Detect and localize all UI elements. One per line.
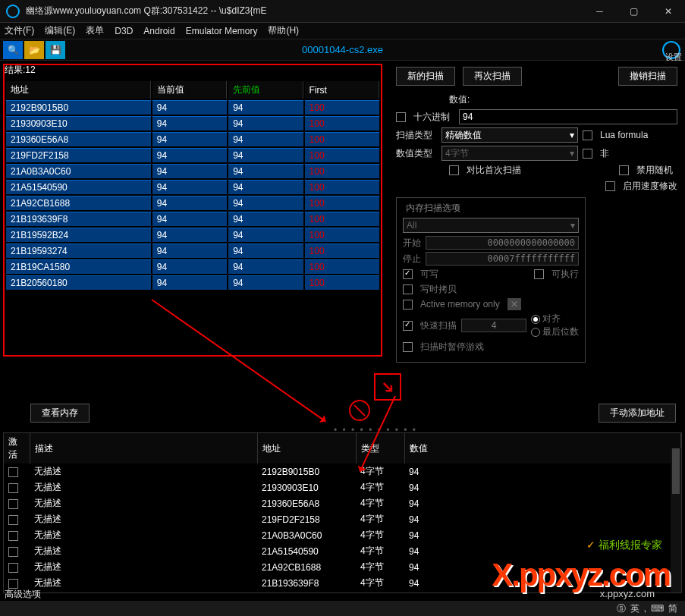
add-address-manual-button[interactable]: 手动添加地址 [599,404,676,423]
lastbit-radio[interactable] [531,328,540,337]
arrow-down-right-icon: ➔ [375,375,399,398]
menu-edit[interactable]: 编辑(E) [45,24,75,37]
menu-emulator[interactable]: Emulator Memory [186,26,258,36]
col-addr[interactable]: 地址 [257,433,356,464]
close-button[interactable]: ✕ [651,0,685,23]
address-row[interactable]: 无描述21B19592B244字节94 [4,591,681,593]
value-input[interactable] [459,109,677,124]
menu-bar: 文件(F) 编辑(E) 表单 D3D Android Emulator Memo… [0,23,685,39]
menu-table[interactable]: 表单 [86,24,104,37]
memory-scan-options: 内存扫描选项 All▾ 开始 停止 可写可执行 写时拷贝 Active memo… [396,197,586,363]
active-checkbox[interactable] [8,515,18,525]
not-checkbox[interactable] [583,149,592,159]
address-row[interactable]: 无描述2192B9015B04字节94 [4,464,681,479]
pause-checkbox[interactable] [403,342,413,352]
writable-checkbox[interactable] [403,269,413,279]
active-checkbox[interactable] [8,531,18,541]
add-to-list-button[interactable]: ➔ [374,373,401,401]
undo-scan-button[interactable]: 撤销扫描 [618,67,677,86]
app-icon [6,5,20,18]
ime-icon[interactable]: ⓢ [617,602,626,615]
active-checkbox[interactable] [8,579,18,589]
value-type-select[interactable]: 4字节▾ [441,146,578,161]
address-row[interactable]: 无描述21A92CB16884字节94 [4,559,681,575]
active-checkbox[interactable] [8,563,18,573]
enable-speed-checkbox[interactable] [605,181,615,191]
menu-file[interactable]: 文件(F) [5,24,34,37]
process-name: 00001044-cs2.exe [302,44,383,55]
col-type[interactable]: 类型 [356,433,404,464]
active-checkbox[interactable] [8,547,18,557]
compare-first-checkbox[interactable] [449,165,459,175]
advanced-options[interactable]: 高级选项 [5,588,41,601]
address-row[interactable]: 无描述21B193639F84字节94 [4,575,681,591]
address-list[interactable]: 激活 描述 地址 类型 数值 无描述2192B9015B04字节94无描述219… [3,432,682,593]
stop-icon[interactable] [349,400,370,421]
scan-type-label: 扫描类型 [396,129,437,142]
window-title: 幽络源www.youluoyuan.com Q群:307531422 -- \u… [26,5,583,17]
stop-input[interactable] [426,252,579,266]
save-icon[interactable]: 💾 [46,41,65,59]
toolbar: 🔍 📂 💾 00001044-cs2.exe [0,39,685,61]
annotation-box [3,64,382,357]
ime-mode[interactable]: 简 [668,602,677,615]
scan-type-select[interactable]: 精确数值▾ [441,127,578,143]
start-input[interactable] [426,236,579,250]
address-row[interactable]: 无描述219FD2F21584字节94 [4,511,681,527]
view-memory-button[interactable]: 查看内存 [30,404,90,423]
col-active[interactable]: 激活 [4,433,30,464]
hex-label: 十六进制 [413,111,454,124]
ime-icon[interactable]: ⌨ [651,603,664,614]
next-scan-button[interactable]: 再次扫描 [463,67,522,86]
menu-android[interactable]: Android [143,26,174,36]
preset-select[interactable]: All▾ [403,218,579,233]
ime-lang[interactable]: 英 [630,602,639,615]
address-row[interactable]: 无描述21A515405904字节94 [4,543,681,559]
address-row[interactable]: 无描述21930903E104字节94 [4,479,681,495]
open-icon[interactable]: 📂 [24,41,44,59]
lua-checkbox[interactable] [583,130,592,140]
scan-results-pane: 结果:12 地址 当前值 先前值 First 2192B9015B0949410… [0,61,388,410]
cow-checkbox[interactable] [403,284,413,294]
value-label: 数值: [449,93,490,106]
fast-scan-checkbox[interactable] [403,321,413,331]
scrollbar[interactable] [671,448,681,592]
active-checkbox[interactable] [8,483,18,493]
minimize-button[interactable]: ─ [583,0,617,23]
active-only-checkbox[interactable] [403,300,413,310]
value-type-label: 数值类型 [396,147,437,160]
address-row[interactable]: 无描述219360E56A84字节94 [4,495,681,511]
select-process-icon[interactable]: 🔍 [3,41,23,59]
active-checkbox[interactable] [8,467,18,477]
menu-help[interactable]: 帮助(H) [268,24,299,37]
maximize-button[interactable]: ▢ [617,0,651,23]
address-row[interactable]: 无描述21A0B3A0C604字节94 [4,527,681,543]
taskbar: ⓢ 英 , ⌨ 简 [0,601,685,616]
hex-checkbox[interactable] [396,112,406,122]
active-checkbox[interactable] [8,499,18,509]
fast-scan-input[interactable] [461,319,526,332]
col-desc[interactable]: 描述 [30,433,257,464]
title-bar: 幽络源www.youluoyuan.com Q群:307531422 -- \u… [0,0,685,23]
clear-icon[interactable]: ✕ [507,298,521,310]
scan-controls-pane: 新的扫描 再次扫描 撤销扫描 数值: 十六进制 扫描类型 精确数值▾ Lua f… [388,61,685,410]
align-radio[interactable] [531,315,540,324]
executable-checkbox[interactable] [534,269,544,279]
disable-random-checkbox[interactable] [619,165,629,175]
new-scan-button[interactable]: 新的扫描 [396,67,455,86]
menu-d3d[interactable]: D3D [115,26,133,36]
col-value[interactable]: 数值 [404,433,681,464]
